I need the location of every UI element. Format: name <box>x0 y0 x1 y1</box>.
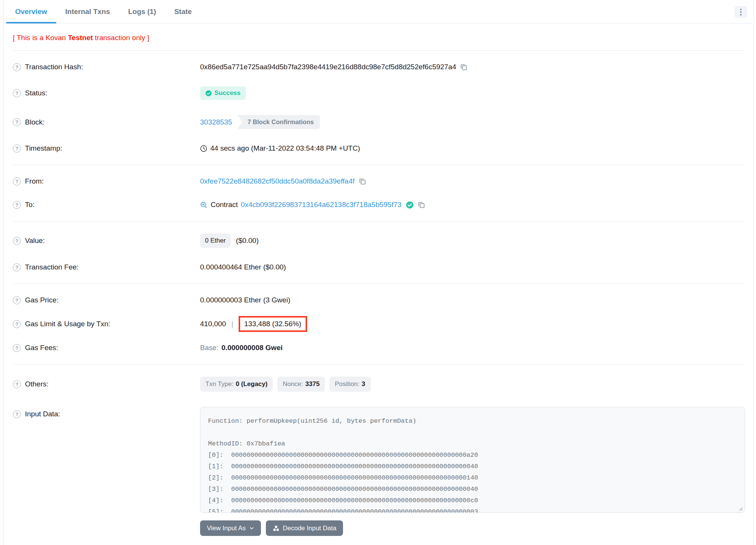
chevron-down-icon <box>249 526 254 531</box>
value-amount-badge: 0 Ether <box>200 234 231 248</box>
to-row: To: Contract 0x4cb093f226983713164a62138… <box>13 193 745 216</box>
help-icon[interactable] <box>13 201 21 209</box>
help-icon[interactable] <box>13 178 21 185</box>
copy-icon <box>418 201 425 209</box>
from-label: From: <box>25 177 44 185</box>
help-icon[interactable] <box>13 145 21 153</box>
transaction-hash-value: 0x86ed5a771e725aa94d5b7fa2398e4419e216d8… <box>200 63 456 71</box>
transaction-fee-row: Transaction Fee: 0.000400464 Ether ($0.0… <box>13 255 745 279</box>
status-label: Status: <box>25 89 47 97</box>
testnet-notice-prefix: [ This is a Kovan <box>13 34 68 42</box>
gas-fees-base-value: 0.000000008 Gwei <box>222 344 283 352</box>
block-confirmations-badge: 7 Block Confirmations <box>238 115 320 129</box>
tab-logs-label: Logs (1) <box>128 8 156 16</box>
help-icon[interactable] <box>13 263 21 271</box>
testnet-notice-emphasis: Testnet <box>68 34 93 42</box>
copy-icon <box>460 63 467 71</box>
check-circle-icon <box>205 90 212 97</box>
gas-limit-usage-row: Gas Limit & Usage by Txn: 410,000 | 133,… <box>13 312 745 336</box>
gas-limit-value: 410,000 <box>200 320 226 328</box>
resize-handle-icon[interactable] <box>737 506 743 511</box>
tab-state[interactable]: State <box>165 0 201 23</box>
help-icon[interactable] <box>13 237 21 245</box>
nonce-label: Nonce: <box>283 380 303 388</box>
copy-from-address-button[interactable] <box>359 178 366 185</box>
copy-icon <box>359 178 366 185</box>
zoom-in-icon[interactable] <box>200 201 207 209</box>
tab-logs[interactable]: Logs (1) <box>119 0 165 23</box>
gas-fees-base-label: Base: <box>200 344 219 352</box>
view-input-as-button[interactable]: View Input As <box>200 520 261 536</box>
transaction-fee-value: 0.000400464 Ether ($0.00) <box>200 263 286 271</box>
help-icon[interactable] <box>13 320 21 328</box>
gas-separator: | <box>231 320 233 328</box>
txn-type-value: 0 (Legacy) <box>236 380 267 388</box>
gas-usage-value: 133,488 (32.56%) <box>244 320 301 328</box>
value-fiat: ($0.00) <box>236 237 259 245</box>
position-badge: Position: 3 <box>329 377 371 392</box>
others-label: Others: <box>25 380 48 388</box>
gas-price-value: 0.000000003 Ether (3 Gwei) <box>200 296 290 304</box>
decode-input-data-label: Decode Input Data <box>283 525 337 532</box>
input-data-textarea[interactable]: Function: performUpkeep(uint256 id, byte… <box>200 407 745 513</box>
view-input-as-label: View Input As <box>207 525 246 532</box>
help-icon[interactable] <box>13 63 21 71</box>
input-data-line: [2]: 00000000000000000000000000000000000… <box>208 472 737 484</box>
gas-fees-label: Gas Fees: <box>25 344 58 352</box>
copy-hash-button[interactable] <box>460 63 467 71</box>
transaction-hash-row: Transaction Hash: 0x86ed5a771e725aa94d5b… <box>13 55 745 79</box>
input-data-row: Input Data: Function: performUpkeep(uint… <box>13 399 745 513</box>
tab-overview-label: Overview <box>15 8 47 16</box>
others-row: Others: Txn Type: 0 (Legacy) Nonce: 3375… <box>13 369 745 399</box>
timestamp-row: Timestamp: 44 secs ago (Mar-11-2022 03:5… <box>13 137 745 160</box>
position-label: Position: <box>335 380 359 388</box>
clock-icon <box>200 145 207 152</box>
nonce-badge: Nonce: 3375 <box>277 377 325 392</box>
copy-to-address-button[interactable] <box>418 201 425 209</box>
input-data-line: [0]: 00000000000000000000000000000000000… <box>208 450 737 461</box>
value-row: Value: 0 Ether ($0.00) <box>13 226 745 255</box>
input-data-line: [5]: 00000000000000000000000000000000000… <box>208 506 737 513</box>
tab-internal-txns[interactable]: Internal Txns <box>56 0 119 23</box>
gas-limit-usage-label: Gas Limit & Usage by Txn: <box>25 320 110 328</box>
transaction-hash-label: Transaction Hash: <box>25 63 83 71</box>
txn-type-badge: Txn Type: 0 (Legacy) <box>200 377 273 392</box>
help-icon[interactable] <box>13 344 21 352</box>
tab-internal-txns-label: Internal Txns <box>65 8 110 16</box>
testnet-notice: [ This is a Kovan Testnet transaction on… <box>13 23 745 50</box>
decode-input-data-button[interactable]: Decode Input Data <box>266 520 343 536</box>
input-data-line: MethodID: 0x7bbaf1ea <box>208 438 737 450</box>
status-badge: Success <box>200 86 246 100</box>
status-badge-label: Success <box>214 89 241 97</box>
more-options-button[interactable] <box>734 6 747 18</box>
block-number-link[interactable]: 30328535 <box>200 118 232 126</box>
help-icon[interactable] <box>13 118 21 126</box>
transaction-fee-label: Transaction Fee: <box>25 263 79 271</box>
input-data-line: Function: performUpkeep(uint256 id, byte… <box>208 416 737 427</box>
timestamp-label: Timestamp: <box>25 144 62 153</box>
tab-overview[interactable]: Overview <box>6 0 56 23</box>
to-contract-word: Contract <box>211 201 238 209</box>
help-icon[interactable] <box>13 380 21 388</box>
kebab-menu-icon <box>740 9 742 16</box>
tab-state-label: State <box>174 8 192 16</box>
help-icon[interactable] <box>13 89 21 97</box>
input-data-line <box>208 427 737 438</box>
cubes-icon <box>273 525 279 532</box>
to-label: To: <box>25 201 34 209</box>
testnet-notice-suffix: transaction only ] <box>93 34 149 42</box>
tab-bar: Overview Internal Txns Logs (1) State <box>3 0 753 23</box>
gas-price-row: Gas Price: 0.000000003 Ether (3 Gwei) <box>13 288 745 312</box>
input-data-line: [3]: 00000000000000000000000000000000000… <box>208 484 737 495</box>
gas-price-label: Gas Price: <box>25 296 59 304</box>
nonce-value: 3375 <box>305 380 320 388</box>
to-address-link[interactable]: 0x4cb093f226983713164a62138c3f718a5b595f… <box>241 201 402 209</box>
block-row: Block: 30328535 7 Block Confirmations <box>13 107 745 137</box>
annotation-highlight-box: 133,488 (32.56%) <box>239 316 307 332</box>
help-icon[interactable] <box>13 410 21 418</box>
from-address-link[interactable]: 0xfee7522e8482682cf50ddc50a0f8da2a39effa… <box>200 177 355 185</box>
help-icon[interactable] <box>13 296 21 304</box>
timestamp-value: 44 secs ago (Mar-11-2022 03:54:48 PM +UT… <box>210 144 360 153</box>
input-data-line: [1]: 00000000000000000000000000000000000… <box>208 461 737 472</box>
position-value: 3 <box>362 380 365 388</box>
